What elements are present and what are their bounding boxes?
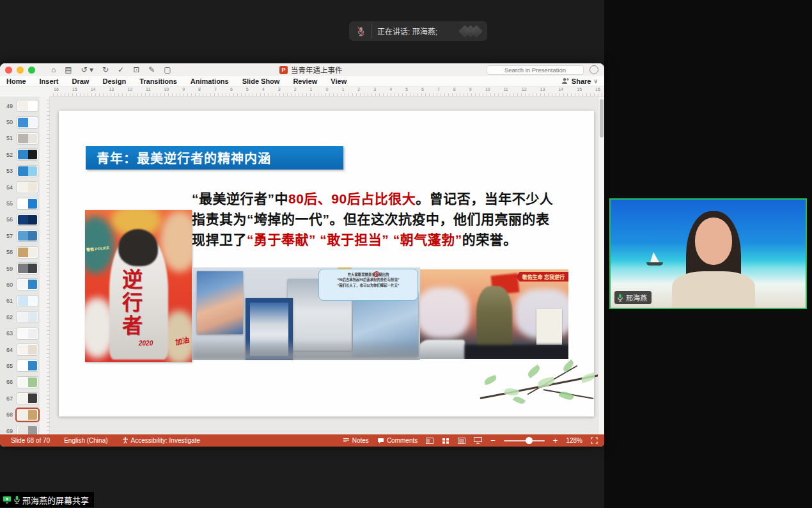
thumbnail-number: 57: [4, 233, 13, 239]
share-button[interactable]: Share ∨: [561, 77, 598, 85]
slide-thumbnail[interactable]: [17, 328, 38, 340]
close-window-button[interactable]: [5, 67, 12, 74]
comments-button[interactable]: Comments: [377, 437, 418, 444]
slide-thumbnail[interactable]: [17, 132, 38, 145]
horizontal-ruler: 1615141312111098765432101234567891011121…: [50, 86, 604, 97]
slide-thumbnail-row-54[interactable]: 54: [0, 179, 40, 195]
slide-thumbnail-row-51[interactable]: 51: [0, 131, 40, 147]
slideshow-view-button[interactable]: [474, 437, 482, 444]
slide-thumbnail-row-57[interactable]: 57: [0, 228, 40, 244]
slide-thumbnail[interactable]: [17, 392, 38, 404]
tab-slide-show[interactable]: Slide Show: [242, 77, 280, 85]
slide-thumbnail-row-64[interactable]: 64: [0, 342, 40, 358]
slide-thumbnail[interactable]: [17, 181, 38, 193]
language-indicator[interactable]: English (China): [64, 437, 107, 444]
slide-thumbnail[interactable]: [17, 262, 38, 274]
slide-thumbnail[interactable]: [17, 230, 38, 242]
normal-view-button[interactable]: [426, 438, 433, 444]
slide-thumbnail[interactable]: [17, 116, 38, 129]
screen-share-label: 邢海燕的屏幕共享: [22, 494, 89, 506]
tab-view[interactable]: View: [331, 77, 347, 85]
ruler-number: 5: [246, 87, 249, 91]
tab-insert[interactable]: Insert: [40, 77, 59, 85]
tab-animations[interactable]: Animations: [191, 77, 229, 85]
ruler-number: 14: [558, 87, 563, 91]
participant-name-label: 邢海燕: [614, 291, 652, 304]
slide-thumbnail[interactable]: [17, 360, 38, 372]
slide-thumbnail[interactable]: [17, 198, 38, 210]
ruler-number: 12: [522, 87, 527, 91]
slide-thumbnail-row-49[interactable]: 49: [0, 98, 40, 114]
slide-thumbnail-row-53[interactable]: 53: [0, 163, 40, 179]
new-slide-icon[interactable]: ▢: [164, 66, 171, 74]
tab-design[interactable]: Design: [102, 77, 126, 85]
home-icon[interactable]: ⌂: [51, 66, 56, 74]
slide-thumbnail[interactable]: [17, 344, 38, 356]
scrollbar-thumb[interactable]: [600, 99, 604, 138]
blurred-foreground: [192, 341, 420, 360]
reading-view-button[interactable]: [458, 438, 465, 444]
slide-thumbnail[interactable]: [17, 100, 38, 112]
slide-thumbnail-row-61[interactable]: 61: [0, 293, 40, 309]
participant-video-tile[interactable]: 邢海燕: [609, 198, 807, 309]
slide-thumbnail[interactable]: [17, 278, 38, 290]
slide-thumbnail[interactable]: [17, 425, 38, 434]
slide-thumbnail[interactable]: [17, 165, 38, 177]
slide-thumbnail-row-55[interactable]: 55: [0, 195, 40, 211]
slide-thumbnail-row-65[interactable]: 65: [0, 358, 40, 374]
zoom-slider[interactable]: [504, 440, 545, 441]
slide-counter[interactable]: Slide 68 of 70: [11, 437, 50, 444]
ruler-number: 4: [262, 87, 265, 91]
slide-thumbnail-row-63[interactable]: 63: [0, 325, 40, 341]
zoom-window-button[interactable]: [28, 67, 35, 74]
slide-thumbnail-row-56[interactable]: 56: [0, 212, 40, 228]
tab-transitions[interactable]: Transitions: [139, 77, 177, 85]
accessibility-status[interactable]: Accessibility: Investigate: [122, 437, 200, 444]
slide-thumbnail[interactable]: [17, 148, 38, 161]
tab-review[interactable]: Review: [293, 77, 317, 85]
slide-thumbnail-row-69[interactable]: 69: [0, 423, 40, 434]
draw-icon[interactable]: ✎: [148, 66, 155, 74]
spellcheck-icon[interactable]: ✓: [118, 66, 124, 74]
slide-thumbnail[interactable]: [17, 246, 38, 258]
slide-thumbnail-panel[interactable]: 4950515253545556575859606162636465666768…: [0, 97, 40, 434]
ruler-number: 1: [310, 87, 313, 91]
slide-sorter-view-button[interactable]: [442, 438, 449, 444]
speaking-label: 正在讲话: 邢海燕;: [377, 26, 437, 36]
slide-title-text: 青年：最美逆行者的精神内涵: [97, 148, 271, 167]
ruler-number: 8: [453, 87, 456, 91]
slide-thumbnail[interactable]: [17, 295, 38, 307]
zoom-slider-knob[interactable]: [526, 437, 533, 444]
slide-thumbnail-row-67[interactable]: 67: [0, 390, 40, 406]
slide-thumbnail-row-68[interactable]: 68: [0, 406, 40, 422]
vertical-scrollbar[interactable]: [598, 97, 604, 434]
redo-icon[interactable]: ↻: [102, 66, 109, 74]
slide-thumbnail-row-66[interactable]: 66: [0, 374, 40, 390]
slide-thumbnail-row-60[interactable]: 60: [0, 276, 40, 292]
present-icon[interactable]: ⊡: [133, 66, 139, 74]
thumbnail-number: 62: [4, 314, 13, 321]
search-input[interactable]: [487, 65, 584, 75]
slide-thumbnail-row-52[interactable]: 52: [0, 147, 40, 163]
tab-draw[interactable]: Draw: [72, 77, 90, 85]
slide-thumbnail-row-59[interactable]: 59: [0, 260, 40, 276]
save-icon[interactable]: ▤: [65, 66, 72, 74]
tab-home[interactable]: Home: [6, 77, 26, 85]
slide-thumbnail[interactable]: [17, 214, 38, 226]
current-slide-thumbnail[interactable]: [17, 409, 38, 421]
slide-thumbnail-row-50[interactable]: 50: [0, 114, 40, 130]
slide-thumbnail-row-62[interactable]: 62: [0, 309, 40, 325]
notes-button[interactable]: Notes: [343, 437, 369, 444]
medical-workers-left: [420, 287, 470, 338]
zoom-percentage[interactable]: 128%: [566, 437, 582, 444]
account-icon[interactable]: [589, 65, 598, 74]
fit-slide-to-window-button[interactable]: [591, 437, 598, 444]
vehicles-silhouette: [465, 345, 568, 359]
minimize-window-button[interactable]: [17, 67, 24, 74]
thumbnail-number: 69: [4, 428, 13, 434]
slide-thumbnail-row-58[interactable]: 58: [0, 244, 40, 260]
slide-68[interactable]: 青年：最美逆行者的精神内涵 “最美逆行者”中80后、90后占比很大。曾记否，当年…: [59, 111, 594, 417]
undo-icon[interactable]: ↺ ▾: [81, 66, 93, 74]
slide-thumbnail[interactable]: [17, 311, 38, 323]
slide-thumbnail[interactable]: [17, 376, 38, 388]
